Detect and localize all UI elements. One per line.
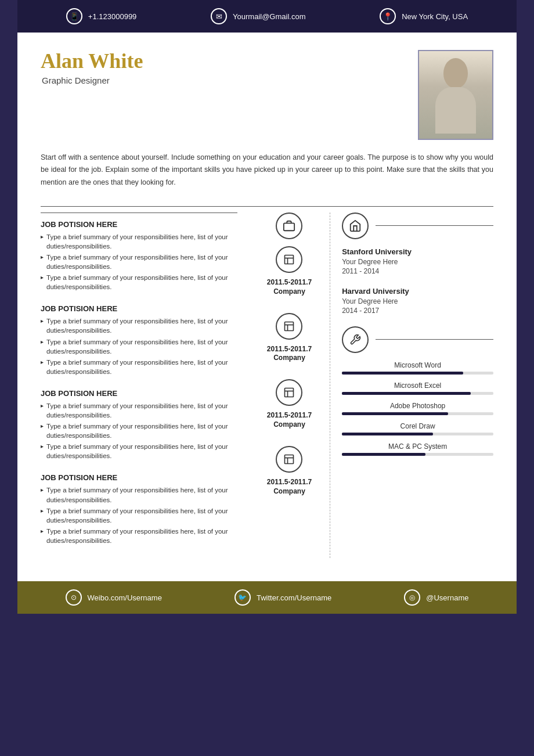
- job-title: Graphic Designer: [42, 75, 143, 85]
- skill-name: Corel Draw: [342, 422, 493, 430]
- work-section-header: [41, 213, 237, 213]
- main-divider: [41, 206, 493, 207]
- work-item: JOB POTISION HERE ▸ Type a brief summary…: [41, 304, 237, 376]
- bullet-arrow: ▸: [41, 338, 44, 356]
- work-item: JOB POTISION HERE ▸ Type a brief summary…: [41, 389, 237, 461]
- skill-bar-background: [342, 372, 493, 375]
- education-item: Harvard University Your Degree Here 2014…: [342, 287, 493, 315]
- skill-name: MAC & PC System: [342, 442, 493, 451]
- work-date-item: 2011.5-2011.7 Company: [267, 313, 312, 362]
- social-icon: ◎: [404, 589, 420, 606]
- company-icon: [276, 379, 302, 406]
- svg-rect-10: [285, 455, 294, 464]
- work-experience-column: JOB POTISION HERE ▸ Type a brief summary…: [41, 213, 249, 558]
- skill-name: Microsoft Excel: [342, 381, 493, 390]
- education-skills-column: Stanford University Your Degree Here 201…: [330, 213, 493, 558]
- skill-bar-background: [342, 453, 493, 456]
- photo-placeholder: [419, 51, 492, 139]
- svg-rect-0: [284, 223, 294, 231]
- skill-item: MAC & PC System: [342, 442, 493, 456]
- skill-item: Microsoft Excel: [342, 381, 493, 395]
- skill-name: Microsoft Word: [342, 361, 493, 369]
- summary-text: Start off with a sentence about yourself…: [41, 152, 493, 189]
- main-content: Alan White Graphic Designer Start off wi…: [17, 33, 517, 570]
- svg-rect-7: [285, 388, 294, 397]
- work-bullet: ▸ Type a brief summary of your responsib…: [41, 527, 237, 545]
- work-section-icon: [276, 213, 302, 239]
- skills-header-line: [376, 339, 493, 340]
- bullet-arrow: ▸: [41, 527, 44, 545]
- header-phone: 📱 +1.123000999: [66, 8, 137, 24]
- location-icon: 📍: [380, 8, 396, 24]
- work-bullet: ▸ Type a brief summary of your responsib…: [41, 485, 237, 504]
- bullet-arrow: ▸: [41, 317, 44, 335]
- work-bullet: ▸ Type a brief summary of your responsib…: [41, 442, 237, 460]
- name-section: Alan White Graphic Designer: [41, 50, 493, 140]
- work-position: JOB POTISION HERE: [41, 473, 237, 482]
- work-bullet: ▸ Type a brief summary of your responsib…: [41, 253, 237, 271]
- school-name: Harvard University: [342, 287, 493, 296]
- skill-bar-background: [342, 412, 493, 415]
- skill-item: Adobe Photoshop: [342, 402, 493, 415]
- bullet-arrow: ▸: [41, 273, 44, 291]
- education-years: 2011 - 2014: [342, 267, 493, 275]
- footer-bar: ⊙ Weibo.com/Username 🐦 Twitter.com/Usern…: [17, 581, 517, 614]
- work-header-line: [41, 213, 237, 213]
- company-icon: [276, 446, 302, 473]
- footer-username: ◎ @Username: [404, 589, 468, 606]
- work-company: Company: [273, 287, 305, 296]
- bullet-arrow: ▸: [41, 486, 44, 504]
- name-left: Alan White Graphic Designer: [41, 50, 143, 85]
- work-date-item: 2011.5-2011.7 Company: [267, 446, 312, 495]
- work-dates-column: 2011.5-2011.7 Company 2011.5-2011.7: [249, 213, 330, 558]
- work-bullet: ▸ Type a brief summary of your responsib…: [41, 506, 237, 525]
- svg-rect-1: [285, 255, 294, 264]
- bullet-arrow: ▸: [41, 507, 44, 525]
- skill-bar-fill: [342, 433, 432, 435]
- work-date: 2011.5-2011.7: [267, 278, 312, 287]
- twitter-icon: 🐦: [234, 589, 251, 606]
- skills-section: Microsoft Word Microsoft Excel: [342, 361, 493, 456]
- work-item: JOB POTISION HERE ▸ Type a brief summary…: [41, 220, 237, 292]
- work-position: JOB POTISION HERE: [41, 389, 237, 398]
- education-section-header: [342, 213, 493, 239]
- skill-item: Microsoft Word: [342, 361, 493, 375]
- work-date-item: 2011.5-2011.7 Company: [267, 379, 312, 429]
- phone-icon: 📱: [66, 8, 82, 24]
- company-icon: [276, 246, 302, 273]
- work-bullet: ▸ Type a brief summary of your responsib…: [41, 422, 237, 440]
- bullet-arrow: ▸: [41, 358, 44, 376]
- skill-bar-fill: [342, 392, 471, 395]
- work-position: JOB POTISION HERE: [41, 304, 237, 313]
- header-email: ✉ Yourmail@Gmail.com: [211, 8, 305, 24]
- skill-bar-background: [342, 392, 493, 395]
- bullet-arrow: ▸: [41, 442, 44, 460]
- svg-rect-4: [285, 322, 294, 330]
- work-bullet: ▸ Type a brief summary of your responsib…: [41, 232, 237, 251]
- skill-bar-fill: [342, 372, 463, 375]
- email-icon: ✉: [211, 8, 227, 24]
- work-date: 2011.5-2011.7: [267, 477, 312, 487]
- work-bullet: ▸ Type a brief summary of your responsib…: [41, 337, 237, 356]
- degree: Your Degree Here: [342, 258, 493, 266]
- weibo-icon: ⊙: [66, 589, 82, 606]
- profile-photo: [418, 50, 493, 140]
- education-item: Stanford University Your Degree Here 201…: [342, 247, 493, 275]
- education-icon: [342, 213, 369, 239]
- skill-item: Corel Draw: [342, 422, 493, 435]
- company-icon: [276, 313, 302, 340]
- skill-bar-background: [342, 433, 493, 435]
- candidate-name: Alan White: [41, 50, 143, 73]
- footer-weibo: ⊙ Weibo.com/Username: [66, 589, 162, 606]
- skill-bar-fill: [342, 412, 448, 415]
- header-bar: 📱 +1.123000999 ✉ Yourmail@Gmail.com 📍 Ne…: [17, 0, 517, 33]
- work-date: 2011.5-2011.7: [267, 411, 312, 420]
- work-item: JOB POTISION HERE ▸ Type a brief summary…: [41, 473, 237, 545]
- degree: Your Degree Here: [342, 297, 493, 305]
- work-bullet: ▸ Type a brief summary of your responsib…: [41, 401, 237, 420]
- work-date: 2011.5-2011.7: [267, 344, 312, 354]
- work-company: Company: [273, 487, 305, 495]
- skills-icon: [342, 326, 369, 353]
- work-position: JOB POTISION HERE: [41, 220, 237, 229]
- bullet-arrow: ▸: [41, 422, 44, 440]
